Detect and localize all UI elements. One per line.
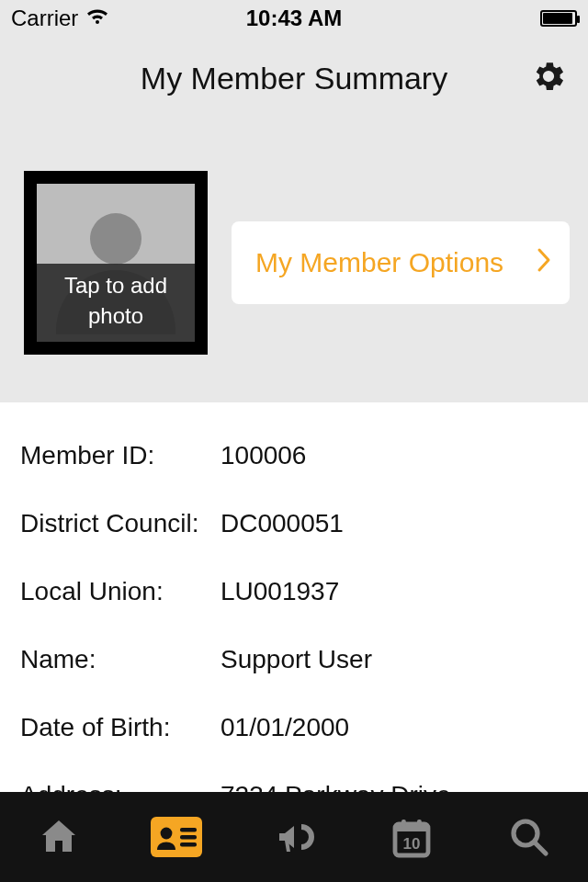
tab-member[interactable] <box>147 808 206 866</box>
field-value: LU001937 <box>220 577 568 606</box>
page-title: My Member Summary <box>141 61 447 96</box>
search-icon <box>507 815 551 859</box>
svg-point-1 <box>161 828 173 840</box>
field-label: Name: <box>20 645 220 674</box>
field-district-council: District Council: DC000051 <box>20 509 568 538</box>
field-date-of-birth: Date of Birth: 01/01/2000 <box>20 713 568 742</box>
svg-rect-3 <box>180 835 197 839</box>
field-value: Support User <box>220 645 568 674</box>
field-member-id: Member ID: 100006 <box>20 441 568 470</box>
chevron-right-icon <box>537 247 551 279</box>
svg-rect-7 <box>401 820 406 827</box>
tab-home[interactable] <box>29 808 88 866</box>
field-value: DC000051 <box>220 509 568 538</box>
gear-icon <box>529 57 568 96</box>
svg-rect-6 <box>395 824 428 831</box>
tab-calendar[interactable]: 10 <box>382 808 441 866</box>
tab-search[interactable] <box>500 808 559 866</box>
tab-bar: 10 <box>0 792 588 882</box>
field-label: Date of Birth: <box>20 713 220 742</box>
field-local-union: Local Union: LU001937 <box>20 577 568 606</box>
svg-line-10 <box>535 842 546 854</box>
field-value: 7234 Parkway Drive <box>220 781 568 792</box>
field-value: 01/01/2000 <box>220 713 568 742</box>
carrier-label: Carrier <box>11 6 78 31</box>
wifi-icon <box>85 6 109 31</box>
settings-button[interactable] <box>529 57 568 99</box>
megaphone-icon <box>271 815 317 859</box>
svg-rect-2 <box>180 828 197 831</box>
home-icon <box>37 815 81 859</box>
profile-photo-caption: Tap to add photo <box>37 264 195 342</box>
tab-announcements[interactable] <box>265 808 323 866</box>
field-name: Name: Support User <box>20 645 568 674</box>
field-label: Member ID: <box>20 441 220 470</box>
profile-photo[interactable]: Tap to add photo <box>24 171 208 355</box>
svg-rect-8 <box>417 820 422 827</box>
member-options-button[interactable]: My Member Options <box>232 221 570 304</box>
calendar-icon: 10 <box>390 815 434 859</box>
field-value: 100006 <box>220 441 568 470</box>
field-address: Address: 7234 Parkway Drive <box>20 781 568 792</box>
nav-bar: My Member Summary <box>0 37 588 119</box>
member-details: Member ID: 100006 District Council: DC00… <box>0 402 588 792</box>
field-label: Local Union: <box>20 577 220 606</box>
member-options-label: My Member Options <box>255 247 503 278</box>
svg-rect-4 <box>180 842 197 846</box>
field-label: District Council: <box>20 509 220 538</box>
battery-icon <box>540 10 577 27</box>
status-bar: Carrier 10:43 AM <box>0 0 588 37</box>
id-card-icon <box>151 817 202 857</box>
calendar-day: 10 <box>403 835 421 853</box>
field-label: Address: <box>20 781 220 792</box>
